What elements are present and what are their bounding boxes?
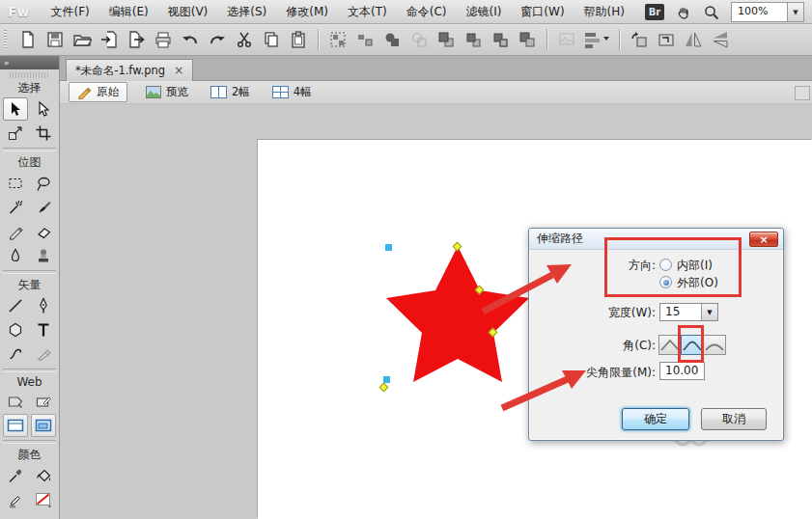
send-backward-button[interactable] bbox=[488, 27, 513, 52]
cut-button[interactable] bbox=[232, 27, 257, 52]
tab-two-up[interactable]: 2幅 bbox=[207, 83, 254, 101]
hide-slices-button[interactable] bbox=[3, 414, 28, 437]
cancel-button[interactable]: 取消 bbox=[701, 408, 767, 430]
align-button[interactable] bbox=[581, 27, 612, 52]
menu-select[interactable]: 选择(S) bbox=[217, 0, 276, 23]
save-button[interactable] bbox=[42, 27, 68, 52]
menu-filters[interactable]: 滤镜(I) bbox=[456, 0, 511, 23]
bring-to-front-button[interactable] bbox=[434, 27, 459, 52]
shape-tool[interactable] bbox=[3, 318, 28, 341]
chevron-down-icon[interactable]: ▼ bbox=[701, 304, 717, 320]
eyedropper-tool[interactable] bbox=[3, 464, 28, 487]
menu-commands[interactable]: 命令(C) bbox=[397, 0, 457, 23]
menu-file[interactable]: 文件(F) bbox=[42, 0, 99, 23]
fill-color-partial[interactable] bbox=[31, 512, 56, 519]
bridge-icon[interactable]: Br bbox=[645, 4, 664, 20]
miter-limit-field[interactable]: 10.00 bbox=[659, 362, 705, 380]
slice-tool[interactable] bbox=[31, 390, 56, 413]
brush-icon bbox=[35, 199, 52, 216]
export-button[interactable] bbox=[124, 27, 149, 52]
menu-view[interactable]: 视图(V) bbox=[158, 0, 218, 23]
subselection-icon bbox=[35, 100, 52, 118]
print-button[interactable] bbox=[151, 27, 176, 52]
tab-four-up[interactable]: 4幅 bbox=[268, 83, 316, 101]
chevron-down-icon[interactable]: ▼ bbox=[787, 3, 803, 21]
corner-bevel-button[interactable] bbox=[703, 335, 726, 355]
image-editing-button[interactable] bbox=[554, 27, 579, 52]
open-button[interactable] bbox=[70, 27, 95, 52]
annotation-rect-direction bbox=[604, 237, 742, 297]
tab-four-up-label: 4幅 bbox=[294, 85, 312, 99]
rotate-canvas-button[interactable] bbox=[627, 27, 652, 52]
section-bitmap-label: 位图 bbox=[0, 154, 59, 171]
rubber-stamp-tool[interactable] bbox=[31, 244, 56, 267]
panel-grip[interactable] bbox=[10, 72, 49, 78]
eyedropper-icon bbox=[7, 467, 24, 484]
blur-tool[interactable] bbox=[3, 244, 28, 267]
magic-wand-tool[interactable] bbox=[3, 196, 28, 219]
flip-vertical-button[interactable] bbox=[708, 27, 733, 52]
lasso-tool[interactable] bbox=[31, 172, 56, 195]
new-document-button[interactable] bbox=[15, 27, 41, 52]
pencil-icon bbox=[77, 85, 92, 99]
ok-button[interactable]: 确定 bbox=[622, 408, 689, 430]
join-paths-button[interactable] bbox=[379, 27, 405, 52]
import-button[interactable] bbox=[97, 27, 122, 52]
pencil-icon bbox=[7, 223, 24, 240]
split-paths-button[interactable] bbox=[406, 27, 432, 52]
send-to-back-button[interactable] bbox=[515, 27, 540, 52]
app-logo: Fw bbox=[8, 4, 30, 19]
tab-original[interactable]: 原始 bbox=[69, 82, 127, 102]
zoom-tool-icon[interactable] bbox=[703, 4, 720, 21]
menu-help[interactable]: 帮助(H) bbox=[574, 0, 634, 23]
fit-canvas-button[interactable] bbox=[654, 27, 679, 52]
flip-horizontal-button[interactable] bbox=[681, 27, 706, 52]
eraser-tool[interactable] bbox=[31, 220, 56, 243]
pen-tool[interactable] bbox=[31, 294, 56, 317]
pencil-tool[interactable] bbox=[3, 220, 28, 243]
redo-button[interactable] bbox=[205, 27, 230, 52]
line-tool[interactable] bbox=[3, 294, 28, 317]
toolbar-grip[interactable] bbox=[4, 30, 7, 49]
selection-handle[interactable] bbox=[385, 244, 392, 251]
knife-tool[interactable] bbox=[31, 342, 56, 366]
subselection-tool[interactable] bbox=[31, 97, 56, 121]
show-slices-button[interactable] bbox=[31, 414, 56, 437]
miter-limit-label: 尖角限量(M): bbox=[529, 365, 656, 381]
marquee-tool[interactable] bbox=[3, 172, 28, 195]
menu-text[interactable]: 文本(T) bbox=[338, 0, 397, 23]
eraser-icon bbox=[35, 223, 52, 240]
tab-preview[interactable]: 预览 bbox=[142, 83, 192, 101]
ungroup-button[interactable] bbox=[352, 27, 378, 52]
document-tab[interactable]: *未命名-1.fw.png × bbox=[66, 59, 193, 81]
menu-edit[interactable]: 编辑(E) bbox=[99, 0, 158, 23]
hotspot-tool[interactable] bbox=[3, 390, 28, 413]
copy-button[interactable] bbox=[259, 27, 284, 52]
dialog-close-button[interactable]: × bbox=[749, 232, 778, 247]
width-combobox[interactable]: 15 ▼ bbox=[659, 303, 718, 321]
undo-button[interactable] bbox=[178, 27, 203, 52]
close-icon[interactable]: × bbox=[174, 65, 183, 76]
section-colors-label: 颜色 bbox=[0, 447, 59, 463]
fill-color-well[interactable] bbox=[31, 488, 56, 511]
scale-tool[interactable] bbox=[3, 122, 28, 145]
stroke-color-partial[interactable] bbox=[3, 512, 28, 519]
hand-tool-icon[interactable] bbox=[675, 4, 692, 21]
pointer-tool[interactable] bbox=[3, 97, 28, 121]
stroke-color-well[interactable] bbox=[3, 488, 28, 511]
panel-expander[interactable]: » bbox=[0, 56, 59, 69]
panel-collapse-button[interactable] bbox=[795, 86, 810, 100]
crop-tool[interactable] bbox=[31, 122, 56, 145]
freeform-tool[interactable] bbox=[3, 342, 28, 366]
brush-tool[interactable] bbox=[31, 196, 56, 219]
bring-forward-button[interactable] bbox=[461, 27, 486, 52]
zoom-level-select[interactable]: 100% ▼ bbox=[731, 2, 804, 22]
paste-button[interactable] bbox=[286, 27, 311, 52]
paint-bucket-tool[interactable] bbox=[31, 464, 56, 487]
width-value: 15 bbox=[660, 304, 701, 320]
menu-modify[interactable]: 修改(M) bbox=[276, 0, 338, 23]
group-button[interactable] bbox=[325, 27, 350, 52]
selection-handle[interactable] bbox=[383, 376, 390, 383]
menu-window[interactable]: 窗口(W) bbox=[511, 0, 574, 23]
text-tool[interactable] bbox=[31, 318, 56, 341]
